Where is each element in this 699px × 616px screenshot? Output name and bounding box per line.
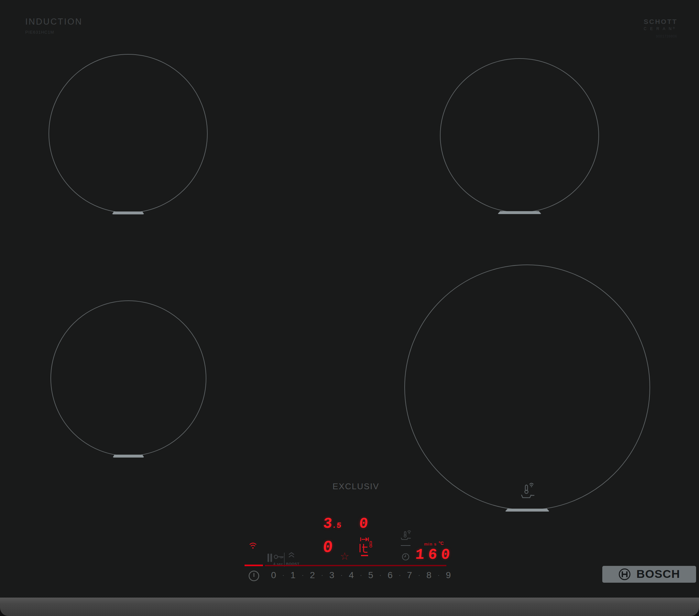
digit-separator-dot: · xyxy=(302,571,304,579)
wifi-indicator-icon xyxy=(249,542,257,549)
level-key-1[interactable]: 1 xyxy=(290,570,296,580)
level-key-4[interactable]: 4 xyxy=(349,570,354,580)
clock-timer-icon[interactable] xyxy=(402,553,409,561)
slider-active-segment xyxy=(245,565,263,566)
power-level-slider[interactable]: 0 · 1 · 2 · 3 · 4 · 5 · 6 · 7 · 8 · 9 xyxy=(271,570,451,580)
move-pan-timer-icon xyxy=(358,537,374,558)
bosch-wordmark: BOSCH xyxy=(636,568,680,581)
favorite-star-key[interactable]: ☆ xyxy=(340,551,350,561)
panel-divider xyxy=(284,553,285,566)
digit-separator-dot: · xyxy=(398,571,401,579)
power-icon[interactable] xyxy=(248,570,260,582)
pause-bars-icon xyxy=(267,553,272,562)
cooking-zone-rear-left xyxy=(49,54,208,213)
digit-separator-dot: · xyxy=(418,571,420,579)
registered-mark: ® xyxy=(673,27,676,30)
center-power-display: 0 xyxy=(358,517,369,531)
front-left-secondary-display: 0 xyxy=(322,539,334,556)
zone-marker-notch xyxy=(505,509,550,511)
schott-label: SCHOTT xyxy=(644,18,679,26)
temperature-unit-label: °C xyxy=(439,541,444,546)
front-left-power-display: 3.5 xyxy=(322,517,342,531)
level-key-9[interactable]: 9 xyxy=(446,570,451,580)
glass-surface: INDUCTION PIE631HC1M SCHOTT C E R A N® 9… xyxy=(0,0,699,598)
cooking-zone-rear-right xyxy=(440,58,599,213)
timer-unit-label: min s xyxy=(424,541,437,547)
bosch-badge: BOSCH xyxy=(602,566,696,583)
cooking-zone-front-right-sensor xyxy=(404,265,650,510)
level-key-8[interactable]: 8 xyxy=(426,570,432,580)
digit-separator-dot: · xyxy=(321,571,323,579)
sensor-underline xyxy=(401,545,410,546)
zone-marker-notch xyxy=(113,455,144,457)
level-key-7[interactable]: 7 xyxy=(407,570,412,580)
double-chevron-up-icon[interactable] xyxy=(288,552,295,558)
bosch-armature-icon xyxy=(618,568,631,581)
digit-separator-dot: · xyxy=(340,571,343,579)
level-key-3[interactable]: 3 xyxy=(329,570,334,580)
level-key-6[interactable]: 6 xyxy=(387,570,393,580)
zone-marker-notch xyxy=(498,211,541,214)
product-line-label: INDUCTION xyxy=(25,17,82,27)
zone-marker-notch xyxy=(112,212,144,214)
digit-separator-dot: · xyxy=(282,571,284,579)
cooking-zone-front-left xyxy=(51,300,206,456)
pan-thermometer-wifi-icon[interactable] xyxy=(400,530,412,540)
timer-display: 160 xyxy=(415,547,454,562)
digit-separator-dot: · xyxy=(379,571,381,579)
digit-separator-dot: · xyxy=(437,571,439,579)
glass-serial-number: 9001739806 xyxy=(656,35,679,38)
front-trim-strip xyxy=(0,598,699,616)
slider-track-segment xyxy=(265,565,446,566)
key-lock-icon[interactable] xyxy=(273,553,284,560)
level-key-0[interactable]: 0 xyxy=(271,570,276,580)
induction-hob: INDUCTION PIE631HC1M SCHOTT C E R A N® 9… xyxy=(0,0,699,616)
top-left-branding: INDUCTION PIE631HC1M xyxy=(25,17,82,35)
series-label: EXCLUSIV xyxy=(332,481,379,492)
ceran-label: C E R A N® xyxy=(644,27,679,31)
model-number-label: PIE631HC1M xyxy=(25,30,82,35)
pan-thermometer-wifi-icon xyxy=(521,481,535,499)
schott-ceran-logo: SCHOTT C E R A N® 9001739806 xyxy=(644,18,679,38)
digit-separator-dot: · xyxy=(360,571,362,579)
level-key-5[interactable]: 5 xyxy=(368,570,373,580)
level-key-2[interactable]: 2 xyxy=(310,570,315,580)
